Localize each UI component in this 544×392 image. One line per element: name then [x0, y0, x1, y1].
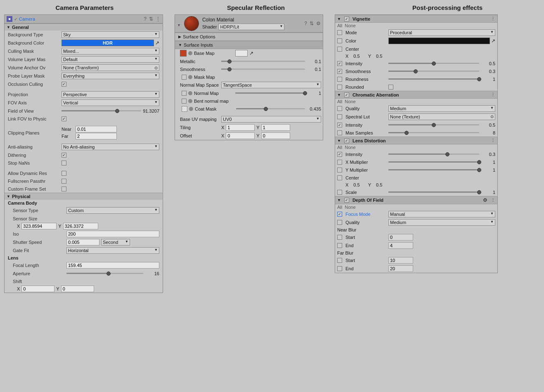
chromatic-enabled[interactable] — [344, 92, 349, 97]
lens-center-cb[interactable] — [337, 175, 342, 180]
tiling-x-input[interactable] — [226, 124, 255, 131]
specular-arrow[interactable]: ▼ — [177, 20, 181, 27]
focus-mode-cb[interactable] — [337, 212, 342, 217]
specular-help-icon[interactable]: ? — [304, 21, 307, 26]
sensor-x-input[interactable] — [21, 223, 57, 229]
vignette-all[interactable]: All — [337, 23, 342, 28]
normal-map-slider[interactable]: 1 — [235, 91, 321, 96]
dof-quality-dropdown[interactable]: Medium ▼ — [388, 219, 495, 226]
anti-aliasing-dropdown[interactable]: No Anti-aliasing ▼ — [61, 144, 159, 150]
shader-dropdown[interactable]: HDRP/Lit ▼ — [218, 24, 284, 30]
iso-input[interactable] — [66, 231, 159, 237]
smoothness-slider[interactable]: 0.1 — [221, 67, 321, 72]
dof-none[interactable]: None — [345, 205, 355, 210]
focus-mode-dropdown[interactable]: Manual ▼ — [388, 211, 495, 217]
offset-x-input[interactable] — [226, 132, 255, 139]
chromatic-none[interactable]: None — [345, 99, 355, 104]
settings-icon[interactable]: ⇅ — [149, 16, 153, 22]
tiling-y-input[interactable] — [261, 124, 290, 131]
normal-map-space-dropdown[interactable]: TangentSpace ▼ — [221, 82, 321, 88]
vignette-intensity-cb[interactable] — [337, 61, 342, 66]
vignette-center-cb[interactable] — [337, 47, 342, 52]
gate-fit-dropdown[interactable]: Horizontal ▼ — [66, 247, 159, 254]
culling-mask-dropdown[interactable]: Mixed... ▼ — [61, 48, 159, 54]
volume-layer-dropdown[interactable]: Default ▼ — [61, 56, 159, 63]
surface-options-header[interactable]: ▶ Surface Options — [175, 33, 323, 41]
dof-enabled[interactable] — [344, 198, 349, 203]
far-end-input[interactable] — [388, 265, 413, 272]
more-icon[interactable]: ⋮ — [156, 16, 161, 22]
near-start-cb[interactable] — [337, 235, 342, 240]
vignette-smoothness-slider[interactable]: 0.3 — [388, 69, 495, 74]
vignette-roundness-cb[interactable] — [337, 77, 342, 82]
physical-section-header[interactable]: ▼ Physical — [5, 193, 163, 200]
lens-distortion-enabled[interactable] — [344, 138, 349, 143]
lens-none[interactable]: None — [345, 145, 355, 150]
chromatic-all[interactable]: All — [337, 99, 342, 104]
shift-y-input[interactable] — [61, 286, 94, 292]
coat-mask-swatch[interactable] — [182, 106, 187, 112]
projection-dropdown[interactable]: Perspective ▼ — [61, 91, 159, 98]
camera-checkbox[interactable]: ✓ — [14, 17, 17, 21]
stop-nans-checkbox[interactable] — [61, 161, 66, 165]
background-color-swatch[interactable]: HDR — [61, 40, 154, 46]
shift-x-input[interactable] — [21, 286, 54, 292]
shutter-speed-input[interactable] — [66, 239, 99, 246]
focal-length-input[interactable] — [66, 262, 159, 269]
vignette-color-cb[interactable] — [337, 38, 342, 43]
lens-intensity-cb[interactable] — [337, 152, 342, 157]
near-end-cb[interactable] — [337, 243, 342, 248]
far-start-cb[interactable] — [337, 258, 342, 263]
fullscreen-checkbox[interactable] — [61, 179, 66, 184]
chromatic-quality-cb[interactable] — [337, 106, 342, 111]
fov-axis-dropdown[interactable]: Vertical ▼ — [61, 99, 159, 106]
vignette-rounded-toggle[interactable] — [388, 85, 393, 90]
sensor-y-input[interactable] — [63, 223, 98, 229]
dof-settings-icon[interactable]: ⚙ — [483, 197, 487, 203]
allow-dynamic-checkbox[interactable] — [61, 171, 66, 176]
occlusion-culling-checkbox[interactable] — [61, 82, 66, 87]
far-end-cb[interactable] — [337, 266, 342, 271]
base-map-color[interactable] — [180, 50, 187, 57]
dof-header[interactable]: ▼ Depth Of Field ⚙ ⋮ — [335, 196, 497, 204]
vignette-intensity-slider[interactable]: 0.5 — [388, 61, 495, 66]
chromatic-header[interactable]: ▼ Chromatic Aberration ⋮ — [335, 91, 497, 99]
background-type-dropdown[interactable]: Sky ▼ — [61, 31, 159, 38]
surface-inputs-header[interactable]: ▼ Surface Inputs — [175, 41, 323, 49]
metallic-slider[interactable]: 0.1 — [221, 59, 321, 64]
shutter-unit-dropdown[interactable]: Second ▼ — [101, 239, 130, 246]
probe-layer-dropdown[interactable]: Everything ▼ — [61, 73, 159, 79]
vignette-enabled[interactable] — [344, 17, 349, 21]
lens-distortion-header[interactable]: ▼ Lens Distortion ⋮ — [335, 137, 497, 144]
volume-anchor-dropdown[interactable]: None (Transform) ⊙ — [61, 64, 159, 71]
help-icon[interactable]: ? — [144, 16, 147, 22]
vignette-rounded-cb[interactable] — [337, 85, 342, 90]
chromatic-more[interactable]: ⋮ — [491, 92, 495, 97]
lens-intensity-slider[interactable]: 0.3 — [388, 152, 495, 157]
dof-all[interactable]: All — [337, 205, 342, 210]
normal-map-checkbox[interactable] — [182, 91, 187, 96]
base-map-picker[interactable]: ↗ — [249, 50, 253, 56]
chromatic-intensity-slider[interactable]: 0.5 — [388, 123, 495, 128]
link-fov-checkbox[interactable] — [61, 116, 66, 121]
chromatic-quality-dropdown[interactable]: Medium ▼ — [388, 105, 495, 112]
sensor-type-dropdown[interactable]: Custom ▼ — [66, 207, 159, 214]
vignette-smoothness-cb[interactable] — [337, 69, 342, 74]
vignette-color-picker[interactable]: ↗ — [491, 38, 495, 44]
dof-more[interactable]: ⋮ — [491, 198, 495, 203]
far-start-input[interactable] — [388, 257, 413, 264]
near-input[interactable] — [76, 126, 117, 132]
near-start-input[interactable] — [388, 234, 413, 241]
near-end-input[interactable] — [388, 242, 413, 249]
lens-scale-cb[interactable] — [337, 190, 342, 195]
vignette-color-swatch[interactable] — [388, 38, 490, 44]
aperture-slider[interactable]: 16 — [66, 271, 159, 276]
custom-frame-checkbox[interactable] — [61, 187, 66, 191]
vignette-header[interactable]: ▼ Vignette ⋮ — [335, 15, 497, 23]
vignette-none[interactable]: None — [345, 23, 355, 28]
color-picker-icon[interactable]: ↗ — [155, 40, 159, 46]
dithering-checkbox[interactable] — [61, 153, 66, 158]
mask-map-checkbox[interactable] — [182, 75, 187, 80]
specular-settings-icon[interactable]: ⇅ — [310, 21, 314, 26]
base-map-swatch[interactable] — [235, 50, 248, 57]
